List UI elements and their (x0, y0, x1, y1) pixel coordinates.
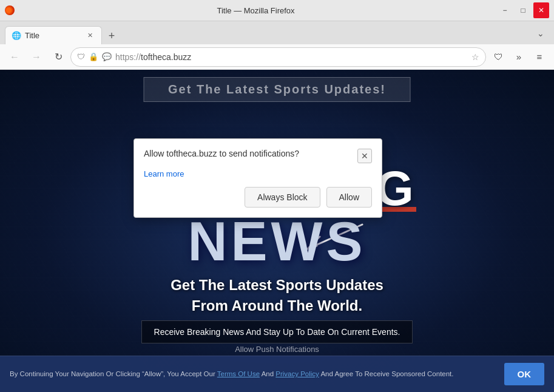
receive-banner-text: Receive Breaking News And Stay Up To Dat… (154, 327, 400, 337)
nav-bar: ← → ↻ 🛡 🔒 💬 https://toftheca.buzz ☆ 🛡 » … (0, 44, 554, 70)
extensions-button[interactable]: » (509, 47, 529, 67)
browser-window: Title — Mozilla Firefox − □ ✕ 🌐 Title ✕ … (0, 0, 554, 392)
top-banner-text: Get The Latest Sports Updates! (143, 77, 411, 102)
tab-favicon: 🌐 (12, 31, 21, 41)
privacy-policy-link[interactable]: Privacy Policy (275, 370, 319, 377)
back-button[interactable]: ← (5, 47, 24, 67)
popup-header: Allow toftheca.buzz to send notification… (144, 149, 372, 163)
minimize-button[interactable]: − (497, 2, 513, 18)
popup-learn-more-link[interactable]: Learn more (144, 169, 372, 178)
headline-text: Get The Latest Sports Updates From Aroun… (138, 275, 416, 316)
notification-popup: Allow toftheca.buzz to send notification… (133, 138, 382, 218)
allow-button[interactable]: Allow (326, 187, 372, 208)
popup-buttons: Always Block Allow (144, 187, 372, 208)
breaking-news-container: Get The Latest Sports Updates! BREAKING … (0, 70, 554, 392)
browser-tab[interactable]: 🌐 Title ✕ (5, 26, 102, 44)
notification-permissions-icon: 💬 (102, 52, 112, 61)
headline-line1: Get The Latest Sports Updates (171, 277, 383, 293)
maximize-button[interactable]: □ (515, 2, 531, 18)
new-tab-button[interactable]: + (103, 27, 120, 44)
tab-close-button[interactable]: ✕ (84, 30, 95, 41)
firefox-account-button[interactable]: 🛡 (488, 47, 508, 67)
firefox-icon (5, 5, 15, 15)
close-button[interactable]: ✕ (533, 2, 549, 18)
consent-text: By Continuing Your Navigation Or Clickin… (10, 369, 497, 379)
window-title: Title — Mozilla Firefox (15, 6, 497, 15)
url-domain: toftheca.buzz (141, 52, 191, 62)
url-display: https://toftheca.buzz (115, 52, 468, 62)
nav-right-buttons: 🛡 » ≡ (488, 47, 549, 67)
window-controls: − □ ✕ (497, 2, 549, 18)
push-notification-label: Allow Push Notifications (235, 345, 319, 354)
consent-text-between: And (260, 370, 275, 377)
url-protocol: https:// (115, 52, 141, 62)
page-content: Get The Latest Sports Updates! BREAKING … (0, 70, 554, 392)
consent-text-after: And Agree To Receive Sponsored Content. (319, 370, 454, 377)
popup-title: Allow toftheca.buzz to send notification… (144, 149, 357, 158)
consent-ok-button[interactable]: OK (504, 363, 545, 385)
menu-button[interactable]: ≡ (530, 47, 549, 67)
headline-line2: From Around The World. (192, 297, 362, 314)
forward-button[interactable]: → (27, 47, 46, 67)
consent-bar: By Continuing Your Navigation Or Clickin… (0, 356, 554, 392)
tracking-protection-icon: 🛡 (77, 52, 85, 61)
bookmark-star-icon[interactable]: ☆ (471, 52, 479, 62)
terms-of-use-link[interactable]: Terms Of Use (217, 370, 260, 377)
tab-bar: 🌐 Title ✕ + ⌄ (0, 21, 554, 44)
reload-button[interactable]: ↻ (49, 47, 68, 67)
always-block-button[interactable]: Always Block (245, 187, 320, 208)
receive-banner: Receive Breaking News And Stay Up To Dat… (141, 320, 413, 343)
address-bar[interactable]: 🛡 🔒 💬 https://toftheca.buzz ☆ (70, 47, 486, 67)
consent-text-before: By Continuing Your Navigation Or Clickin… (10, 370, 217, 377)
lock-icon: 🔒 (89, 52, 98, 61)
news-label: NEWS (138, 214, 416, 269)
popup-close-button[interactable]: ✕ (357, 149, 372, 163)
tab-bar-right: ⌄ (532, 25, 549, 44)
title-bar: Title — Mozilla Firefox − □ ✕ (0, 0, 554, 21)
tab-title: Title (25, 31, 81, 40)
tabs-overflow-button[interactable]: ⌄ (532, 25, 549, 42)
top-banner: Get The Latest Sports Updates! (143, 77, 411, 102)
